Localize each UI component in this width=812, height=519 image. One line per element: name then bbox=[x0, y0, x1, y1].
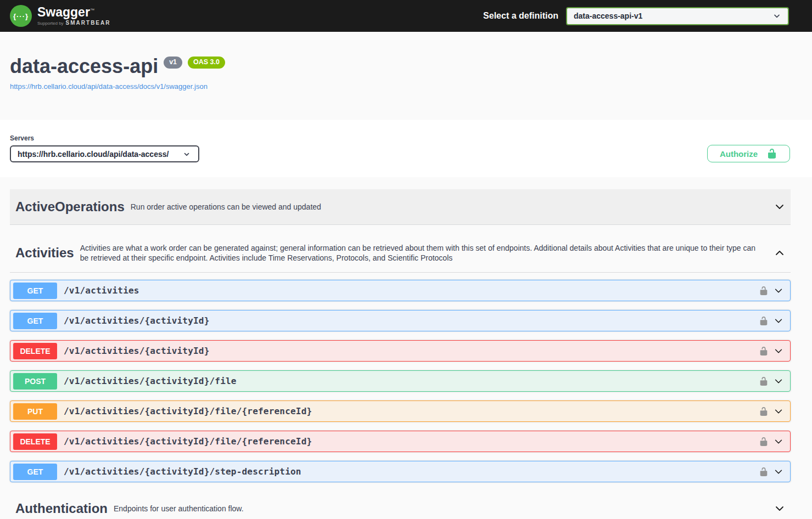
unlock-icon bbox=[766, 148, 777, 159]
spec-url-link[interactable]: https://hrb.cellario.cloud/api/data-acce… bbox=[10, 82, 208, 91]
section-title: Activities bbox=[15, 245, 74, 261]
oas-badge: OAS 3.0 bbox=[188, 57, 225, 69]
chevron-down-icon bbox=[774, 286, 783, 296]
section-header-active-operations[interactable]: ActiveOperations Run order active operat… bbox=[10, 189, 791, 225]
section-description: Run order active operations can be viewe… bbox=[131, 202, 760, 212]
chevron-down-icon bbox=[774, 201, 785, 212]
unlock-icon[interactable] bbox=[759, 376, 769, 386]
chevron-down-icon bbox=[774, 316, 783, 326]
chevron-down-icon bbox=[774, 503, 785, 514]
endpoint-row-delete-activity-file-reference[interactable]: DELETE /v1/activities/{activityId}/file/… bbox=[10, 431, 791, 452]
endpoint-path: /v1/activities/{activityId} bbox=[64, 346, 210, 356]
chevron-down-icon bbox=[774, 376, 783, 386]
servers-label: Servers bbox=[10, 134, 199, 142]
endpoint-row-delete-activity[interactable]: DELETE /v1/activities/{activityId} bbox=[10, 340, 791, 362]
method-badge: POST bbox=[13, 373, 57, 390]
method-badge: GET bbox=[13, 283, 57, 299]
chevron-down-icon bbox=[772, 12, 781, 20]
scheme-container: Servers https://hrb.cellario.cloud/api/d… bbox=[0, 120, 812, 177]
authorize-button[interactable]: Authorize bbox=[707, 145, 790, 162]
endpoint-path: /v1/activities bbox=[64, 285, 139, 296]
endpoint-path: /v1/activities/{activityId}/step-descrip… bbox=[64, 466, 301, 477]
section-active-operations: ActiveOperations Run order active operat… bbox=[10, 189, 791, 225]
logo-text: Swagger bbox=[37, 5, 90, 19]
endpoint-row-get-activities[interactable]: GET /v1/activities bbox=[10, 280, 791, 301]
method-badge: DELETE bbox=[13, 343, 57, 359]
endpoint-path: /v1/activities/{activityId}/file/{refere… bbox=[64, 436, 312, 447]
server-select[interactable]: https://hrb.cellario.cloud/api/data-acce… bbox=[10, 145, 199, 162]
topbar: {···} Swagger™ Supported by SMARTBEAR Se… bbox=[0, 0, 812, 32]
endpoint-row-post-activity-file[interactable]: POST /v1/activities/{activityId}/file bbox=[10, 370, 791, 392]
swagger-logo: {···} Swagger™ Supported by SMARTBEAR bbox=[10, 5, 110, 27]
api-info: data-access-api v1 OAS 3.0 https://hrb.c… bbox=[0, 32, 812, 120]
server-selected-value: https://hrb.cellario.cloud/api/data-acce… bbox=[18, 150, 169, 159]
section-description: Activities are what a work order can be … bbox=[80, 243, 760, 263]
endpoint-path: /v1/activities/{activityId} bbox=[64, 315, 210, 326]
section-authentication: Authentication Endpoints for user authen… bbox=[10, 491, 791, 519]
unlock-icon[interactable] bbox=[759, 316, 769, 326]
endpoint-row-put-activity-file-reference[interactable]: PUT /v1/activities/{activityId}/file/{re… bbox=[10, 400, 791, 422]
method-badge: PUT bbox=[13, 403, 57, 420]
section-title: Authentication bbox=[15, 500, 108, 517]
unlock-icon[interactable] bbox=[759, 407, 769, 416]
endpoint-row-get-step-description[interactable]: GET /v1/activities/{activityId}/step-des… bbox=[10, 461, 791, 482]
logo-tagline-brand: SMARTBEAR bbox=[66, 20, 111, 26]
definition-select-label: Select a definition bbox=[483, 11, 558, 21]
api-title: data-access-api bbox=[10, 55, 158, 77]
chevron-down-icon bbox=[774, 437, 783, 447]
chevron-up-icon bbox=[774, 247, 785, 258]
method-badge: DELETE bbox=[13, 433, 57, 450]
logo-tagline-prefix: Supported by bbox=[37, 21, 64, 26]
version-badge: v1 bbox=[164, 57, 182, 69]
trademark-mark: ™ bbox=[90, 8, 94, 13]
endpoint-list: GET /v1/activities GET /v1/activities/{a… bbox=[10, 280, 791, 482]
unlock-icon[interactable] bbox=[759, 467, 769, 477]
section-activities: Activities Activities are what a work or… bbox=[10, 234, 791, 482]
endpoint-row-get-activity-by-id[interactable]: GET /v1/activities/{activityId} bbox=[10, 310, 791, 331]
section-header-authentication[interactable]: Authentication Endpoints for user authen… bbox=[10, 491, 791, 519]
authorize-label: Authorize bbox=[720, 149, 758, 159]
method-badge: GET bbox=[13, 464, 57, 480]
section-description: Endpoints for user authentication flow. bbox=[114, 504, 760, 514]
swagger-braces-icon: {···} bbox=[10, 5, 32, 27]
section-header-activities[interactable]: Activities Activities are what a work or… bbox=[10, 234, 791, 273]
endpoint-path: /v1/activities/{activityId}/file bbox=[64, 376, 237, 386]
chevron-down-icon bbox=[774, 346, 783, 356]
unlock-icon[interactable] bbox=[759, 286, 769, 296]
chevron-down-icon bbox=[774, 467, 783, 477]
unlock-icon[interactable] bbox=[759, 346, 769, 356]
definition-select[interactable]: data-access-api-v1 bbox=[566, 7, 789, 25]
operations-wrapper: ActiveOperations Run order active operat… bbox=[0, 177, 812, 519]
unlock-icon[interactable] bbox=[759, 437, 769, 447]
endpoint-path: /v1/activities/{activityId}/file/{refere… bbox=[64, 406, 312, 416]
chevron-down-icon bbox=[774, 407, 783, 416]
method-badge: GET bbox=[13, 313, 57, 329]
definition-selected-value: data-access-api-v1 bbox=[574, 12, 642, 20]
section-title: ActiveOperations bbox=[15, 199, 125, 215]
chevron-down-icon bbox=[183, 150, 191, 158]
